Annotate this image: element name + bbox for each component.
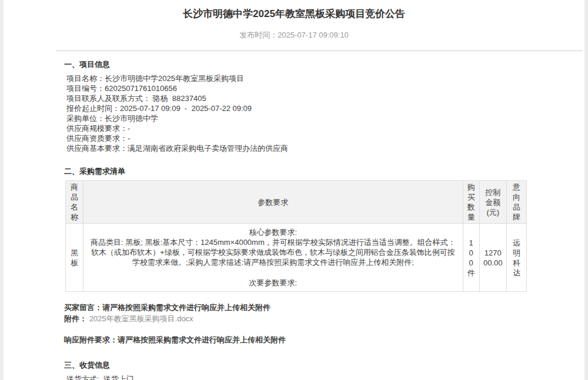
- quote-period-line: 报价起止时间：2025-07-17 09:09 - 2025-07-22 09:…: [66, 103, 573, 113]
- project-contact-line: 项目联系人及联系方式： 骆杨 88237405: [66, 93, 573, 103]
- secondary-params-label: 次要参数要求:: [89, 278, 456, 288]
- attachment-label: 附件：: [64, 314, 87, 323]
- page-title: 长沙市明德中学2025年教室黑板采购项目竞价公告: [4, 8, 584, 21]
- demand-table-header-row: 商品名称 参数要求 购买数量 控制金额(元) 意向品牌: [66, 181, 527, 224]
- announcement-page: 长沙市明德中学2025年教室黑板采购项目竞价公告 发布时间：2025-07-17…: [4, 0, 584, 380]
- core-params-label: 核心参数要求:: [89, 227, 456, 237]
- column-header-quantity: 购买数量: [463, 181, 479, 224]
- quantity-cell: 100件: [463, 224, 479, 292]
- response-attachment-requirement: 响应附件要求：请严格按照采购需求文件进行响应并上传相关附件: [64, 335, 573, 345]
- delivery-info-heading: 三、收货信息: [64, 360, 573, 371]
- project-name-line: 项目名称：长沙市明德中学2025年教室黑板采购项目: [66, 73, 573, 83]
- project-info-heading: 一、项目信息: [64, 59, 573, 70]
- supplier-qualification-line: 供应商资质要求：-: [66, 133, 573, 143]
- column-header-product-name: 商品名称: [66, 181, 83, 224]
- parameters-cell: 核心参数要求: 商品类目: 黑板; 黑板:基本尺寸：1245mm×4000mm，…: [83, 224, 463, 292]
- buyer-message: 买家留言：请严格按照采购需求文件进行响应并上传相关附件: [64, 302, 573, 312]
- project-number-line: 项目编号：62025071761010656: [66, 83, 573, 93]
- purchaser-line: 采购单位：长沙市明德中学: [66, 113, 573, 123]
- demand-table: 商品名称 参数要求 购买数量 控制金额(元) 意向品牌 黑板 核心参数要求: 商…: [65, 180, 527, 292]
- demand-list-heading: 二、采购需求清单: [64, 166, 573, 177]
- demand-table-row: 黑板 核心参数要求: 商品类目: 黑板; 黑板:基本尺寸：1245mm×4000…: [66, 224, 527, 292]
- delivery-method-line: 送货方式: 送货上门: [66, 374, 573, 380]
- core-params-text: 商品类目: 黑板; 黑板:基本尺寸：1245mm×4000mm，并可根据学校实际…: [89, 237, 456, 267]
- column-header-parameters: 参数要求: [83, 181, 463, 224]
- publish-time: 发布时间：2025-07-17 09:09:10: [4, 30, 584, 41]
- attachment-link[interactable]: 2025年教室黑板采购项目.docx: [89, 314, 193, 323]
- control-amount-cell: 127000.00: [479, 224, 506, 292]
- column-header-brand: 意向品牌: [506, 181, 526, 224]
- product-name-cell: 黑板: [66, 224, 83, 292]
- main-content: 一、项目信息 项目名称：长沙市明德中学2025年教室黑板采购项目 项目编号：62…: [4, 51, 584, 380]
- column-header-control-amount: 控制金额(元): [479, 181, 506, 224]
- brand-cell: 远明科达: [506, 224, 526, 292]
- attachment-line: 附件： 2025年教室黑板采购项目.docx: [64, 314, 573, 324]
- supplier-basic-line: 供应商基本要求：满足湖南省政府采购电子卖场管理办法的供应商: [66, 143, 573, 153]
- supplier-scale-line: 供应商规模要求：-: [66, 123, 573, 133]
